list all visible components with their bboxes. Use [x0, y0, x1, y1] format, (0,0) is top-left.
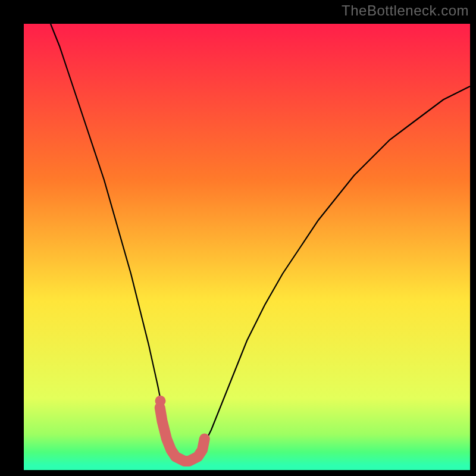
chart-container: TheBottleneck.com	[0, 0, 476, 476]
watermark-text: TheBottleneck.com	[342, 2, 469, 19]
highlight-point-icon	[155, 396, 166, 406]
plot-area	[24, 24, 470, 470]
gradient-background	[24, 24, 470, 470]
bottleneck-chart-svg	[24, 24, 470, 470]
